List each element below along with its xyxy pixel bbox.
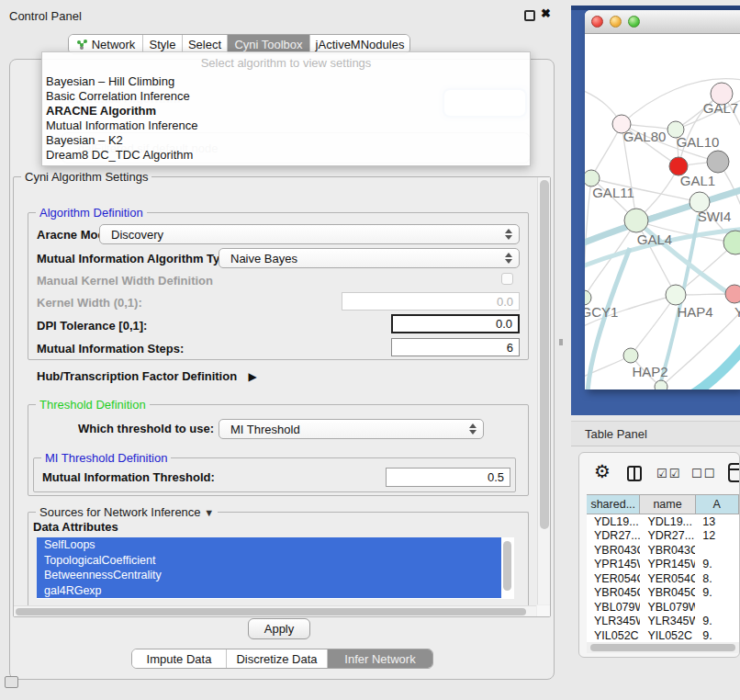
minimize-traffic-light-icon[interactable] <box>610 16 622 28</box>
table-cell: YBR043C <box>587 544 640 557</box>
network-window: GAL7GAL80GAL10GAL1GAL11SWI4GAL4GCY1HAP4Y… <box>585 10 740 390</box>
tab-infer-network[interactable]: Infer Network <box>328 649 432 668</box>
apply-button[interactable]: Apply <box>248 618 310 639</box>
table-row[interactable]: YPR145WYPR145W9. <box>587 558 739 572</box>
network-canvas[interactable]: GAL7GAL80GAL10GAL1GAL11SWI4GAL4GCY1HAP4Y… <box>585 34 740 390</box>
algorithm-option-bayesian-hill-climbing[interactable]: Bayesian – Hill Climbing <box>42 74 530 89</box>
tab-jactivemnodules[interactable]: jActiveMNodules <box>310 35 409 53</box>
spinner-arrows-icon <box>505 229 512 240</box>
network-node-hap2[interactable] <box>623 348 638 363</box>
algorithm-option-dream8-dc-tdc-algorithm[interactable]: Dream8 DC_TDC Algorithm <box>42 148 530 163</box>
table-row[interactable]: YBR043CYBR043C <box>587 543 739 558</box>
data-attributes-label: Data Attributes <box>33 520 118 534</box>
network-edge[interactable] <box>661 310 740 387</box>
algorithm-option-mutual-information-inference[interactable]: Mutual Information Inference <box>42 119 530 133</box>
scrollbar-corner <box>537 605 550 616</box>
which-threshold-combo[interactable]: MI Threshold <box>219 419 484 439</box>
aracne-mode-combo[interactable]: Discovery <box>99 224 520 244</box>
network-node-unlabeled[interactable] <box>655 380 667 390</box>
gear-icon[interactable]: ⚙ <box>594 460 611 482</box>
table-cell: YDR27... <box>587 529 640 542</box>
table-cell: YPR145W <box>587 558 640 570</box>
which-threshold-value: MI Threshold <box>230 423 300 436</box>
which-threshold-label: Which threshold to use: <box>78 422 214 435</box>
select-all-columns-icon[interactable]: ☑☑ <box>656 467 681 480</box>
tab-select[interactable]: Select <box>183 35 228 53</box>
tab-discretize-data[interactable]: Discretize Data <box>227 649 328 668</box>
table-row[interactable]: YIL052CYIL052C9. <box>587 628 739 642</box>
table-cell: YBL079W <box>640 601 695 614</box>
hub-definition-toggle[interactable]: Hub/Transcription Factor Definition ▶ <box>37 367 257 384</box>
table-mode-icon[interactable] <box>728 463 740 482</box>
table-cell: YDL19... <box>640 515 695 528</box>
tab-label: Select <box>188 38 221 51</box>
tab-label: Style <box>150 38 176 51</box>
zoom-traffic-light-icon[interactable] <box>628 16 640 28</box>
tab-impute-data[interactable]: Impute Data <box>132 649 227 668</box>
kernel-width-field[interactable]: 0.0 <box>342 292 520 310</box>
algorithm-option-aracne-algorithm[interactable]: ARACNE Algorithm <box>42 104 530 119</box>
table-cell: YBL079W <box>587 601 640 614</box>
network-node-hap4[interactable] <box>666 285 686 305</box>
split-column-icon[interactable] <box>627 466 642 481</box>
network-node-y[interactable] <box>725 285 740 303</box>
mi-threshold-field[interactable]: 0.5 <box>386 468 510 487</box>
network-window-titlebar[interactable] <box>585 10 740 34</box>
network-node-label: GAL11 <box>592 185 634 200</box>
mi-type-label: Mutual Information Algorithm Type: <box>37 252 238 265</box>
attribute-item-topologicalcoefficient[interactable]: TopologicalCoefficient <box>37 553 501 569</box>
deselect-all-columns-icon[interactable]: ☐☐ <box>691 467 716 480</box>
float-panel-icon[interactable] <box>524 10 535 21</box>
network-node-gal4[interactable] <box>624 209 648 232</box>
network-node-label: GAL1 <box>680 173 715 188</box>
collapse-down-icon[interactable]: ▼ <box>204 507 214 518</box>
network-icon <box>76 39 88 51</box>
tab-label: Cyni Toolbox <box>234 38 302 51</box>
tab-cyni-toolbox[interactable]: Cyni Toolbox <box>228 35 310 53</box>
splitter-handle[interactable] <box>559 339 563 345</box>
table-header-row: shared...nameA <box>587 494 739 514</box>
algorithm-dropdown: Select algorithm to view settings Bayesi… <box>41 51 531 166</box>
column-header-name[interactable]: name <box>640 495 695 514</box>
close-icon[interactable]: ✖ <box>541 6 551 20</box>
table-row[interactable]: YBL079WYBL079W <box>587 600 739 615</box>
attribute-item-gal4rgexp[interactable]: gal4RGexp <box>37 583 501 599</box>
attribute-item-selfloops[interactable]: SelfLoops <box>37 537 501 553</box>
network-node-label: GAL7 <box>703 100 738 116</box>
tab-network[interactable]: Network <box>69 35 143 53</box>
mi-steps-field[interactable]: 6 <box>391 338 520 356</box>
algorithm-option-basic-correlation-inference[interactable]: Basic Correlation Inference <box>42 89 530 104</box>
floating-panel-icon[interactable] <box>5 676 18 688</box>
column-header-shared[interactable]: shared... <box>587 495 640 514</box>
network-node-label: HAP2 <box>632 364 667 379</box>
tab-style[interactable]: Style <box>143 35 183 53</box>
column-header-a[interactable]: A <box>696 495 739 514</box>
dpi-tolerance-field[interactable]: 0.0 <box>391 314 520 333</box>
mi-steps-label: Mutual Information Steps: <box>37 342 184 356</box>
table-horizontal-scrollbar[interactable] <box>587 642 739 653</box>
expand-right-icon: ▶ <box>249 370 257 383</box>
spinner-arrows-icon <box>469 423 477 435</box>
settings-horizontal-scrollbar[interactable] <box>14 605 536 616</box>
algorithm-option-bayesian-k2[interactable]: Bayesian – K2 <box>42 133 530 148</box>
network-node-unlabeled[interactable] <box>707 151 729 173</box>
close-traffic-light-icon[interactable] <box>591 16 603 28</box>
data-attributes-list[interactable]: SelfLoopsTopologicalCoefficientBetweenne… <box>37 537 514 599</box>
mi-type-combo[interactable]: Naive Bayes <box>219 248 520 268</box>
network-node-label: HAP4 <box>677 304 712 320</box>
table-row[interactable]: YLR345WYLR345W9. <box>587 615 739 629</box>
table-row[interactable]: YDL19...YDL19...13 <box>587 514 739 529</box>
attribute-item-betweennesscentrality[interactable]: BetweennessCentrality <box>37 568 501 583</box>
mi-type-value: Naive Bayes <box>230 252 297 265</box>
table-row[interactable]: YDR27...YDR27...12 <box>587 529 739 544</box>
aracne-mode-value: Discovery <box>111 228 163 242</box>
table-cell: YPR145W <box>640 558 695 570</box>
tab-label: Impute Data <box>147 652 212 666</box>
attributes-list-scrollbar[interactable] <box>501 537 514 599</box>
table-row[interactable]: YBR045CYBR045C9. <box>587 586 739 601</box>
table-cell: YIL052C <box>587 629 640 642</box>
network-node-gcy1[interactable] <box>585 290 591 305</box>
table-row[interactable]: YER054CYER054C8. <box>587 571 739 586</box>
settings-vertical-scrollbar[interactable] <box>537 177 550 604</box>
manual-kernel-checkbox[interactable] <box>501 273 513 285</box>
